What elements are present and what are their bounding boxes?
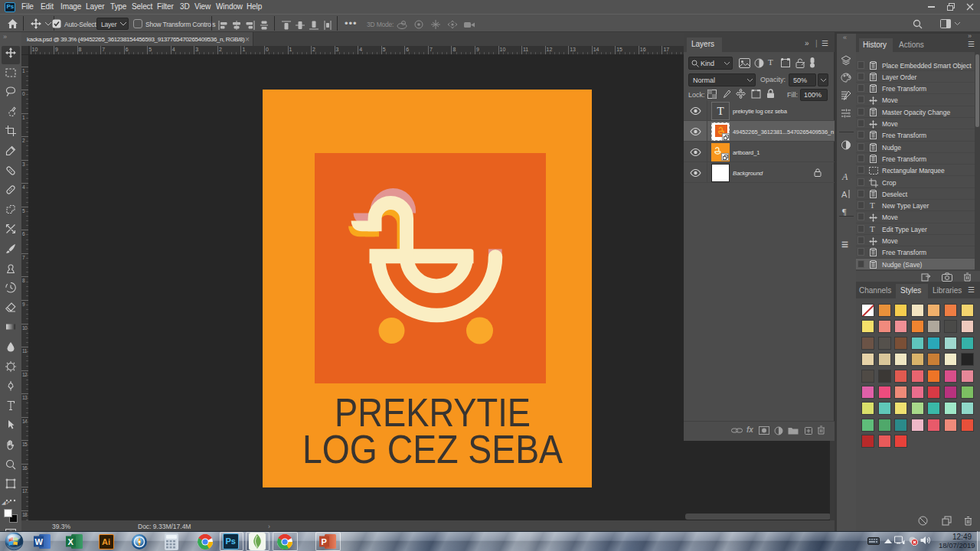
- svg-text:LOG CEZ SEBA: LOG CEZ SEBA: [302, 427, 563, 471]
- svg-text:X: X: [68, 537, 74, 546]
- svg-text:A: A: [841, 171, 848, 182]
- svg-text:W: W: [35, 537, 44, 546]
- svg-text:☰: ☰: [841, 240, 848, 249]
- svg-text:A: A: [841, 190, 848, 199]
- svg-text:P: P: [322, 537, 327, 546]
